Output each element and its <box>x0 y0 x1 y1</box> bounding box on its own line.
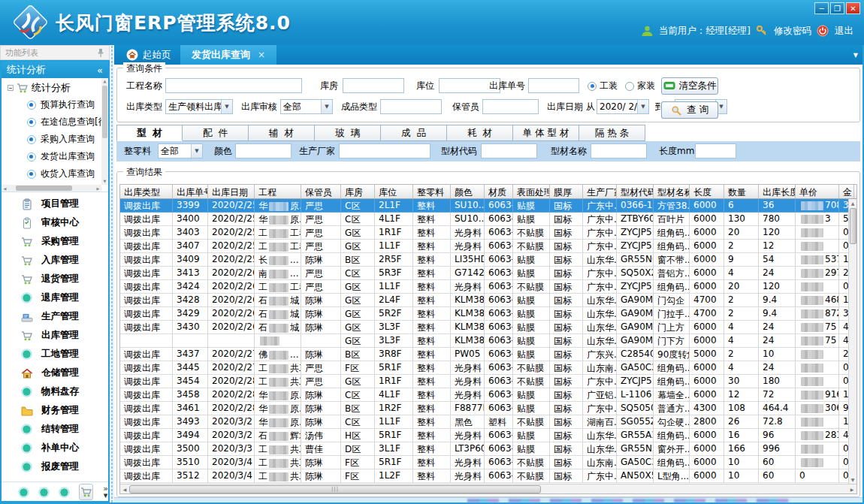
column-header-name[interactable]: 型材名称 <box>654 185 690 198</box>
scroll-thumb[interactable]: ||| <box>129 485 541 493</box>
scroll-up-icon[interactable]: ▲ <box>851 199 855 207</box>
table-row[interactable]: 调拨出库34032020/2/25工工程严思G区1R1F整料光身料6063-T5… <box>120 226 856 240</box>
sidebar-item-退库管理[interactable]: 退库管理 <box>2 288 108 307</box>
table-row[interactable]: 调拨出库34092020/2/25长...陈琳B区2R5F整料LI35HD606… <box>120 253 856 267</box>
grid-vertical-scrollbar[interactable]: ▲ ▼ <box>848 199 856 484</box>
table-row[interactable]: 调拨出库34612020/2/28华原...陈琳B区1R2F整料F8877FT6… <box>120 402 856 415</box>
profile-code-input[interactable] <box>481 143 537 158</box>
scroll-right-icon[interactable]: ▶ <box>95 186 101 191</box>
material-tab[interactable]: 玻 璃 <box>315 125 381 141</box>
material-tab[interactable]: 辅 材 <box>249 125 315 141</box>
clear-conditions-button[interactable]: 清空条件 <box>661 77 718 95</box>
maximize-button[interactable]: ❐ <box>830 2 844 14</box>
more-modules-button[interactable]: »▾ <box>103 485 108 499</box>
material-tab[interactable]: 单 体 型 材 <box>513 125 579 141</box>
sidebar-item-仓储管理[interactable]: 仓储管理 <box>2 364 108 382</box>
table-row[interactable]: 调拨出库34002020/2/25华原...严思C区4L1F整料SU10...6… <box>120 213 856 226</box>
column-header-mat[interactable]: 材质 <box>485 185 513 198</box>
material-tab[interactable]: 型 材 <box>116 125 183 141</box>
tree-vertical-scrollbar[interactable]: ▲ ▼ <box>101 78 108 185</box>
sidebar-item-退货管理[interactable]: 退货管理 <box>2 270 108 288</box>
table-row[interactable]: 调拨出库34242020/2/26工工程严思G区1L1F整料光身料6063-T5… <box>120 280 856 294</box>
scroll-left-icon[interactable]: ◀ <box>120 487 129 492</box>
radio-jiazhuang[interactable]: 家装 <box>625 80 655 92</box>
collapsed-module-icon[interactable] <box>18 487 29 497</box>
order-no-input[interactable] <box>528 78 579 93</box>
column-header-amt[interactable]: 金 <box>839 185 854 198</box>
length-input[interactable] <box>695 143 736 158</box>
scroll-thumb[interactable] <box>16 186 72 191</box>
tree-root[interactable]: 统计分析 <box>2 78 108 96</box>
column-header-color[interactable]: 颜色 <box>451 185 485 198</box>
tree-item[interactable]: 预算执行查询 <box>2 96 108 113</box>
column-header-proj[interactable]: 工程 <box>255 185 301 198</box>
tree-expander-icon[interactable] <box>8 85 14 91</box>
radio-gongzhuang[interactable]: 工装 <box>588 80 618 92</box>
sidebar-item-工地管理[interactable]: 工地管理 <box>2 345 108 364</box>
sidebar-group-header[interactable]: 统计分析 « <box>2 62 108 78</box>
column-header-len[interactable]: 长度 <box>690 185 724 198</box>
scroll-thumb[interactable] <box>102 86 107 138</box>
column-header-qty[interactable]: 数量 <box>724 185 759 198</box>
sidebar-item-结转管理[interactable]: 结转管理 <box>2 420 108 439</box>
profile-name-input[interactable] <box>591 143 647 158</box>
sidebar-item-审核中心[interactable]: 审核中心 <box>2 213 108 232</box>
sidebar-item-采购管理[interactable]: 采购管理 <box>2 232 108 251</box>
column-header-date[interactable]: 出库日期 <box>208 185 255 198</box>
logout-link[interactable]: 退出 <box>835 25 853 38</box>
maker-input[interactable] <box>339 143 430 158</box>
material-tab[interactable]: 配 件 <box>183 125 249 141</box>
minimize-button[interactable]: ─ <box>814 2 829 14</box>
table-row[interactable]: 调拨出库34542020/2/28工共工程严思G区1R1F整料光身料6063-T… <box>120 375 856 388</box>
change-password-link[interactable]: 修改密码 <box>774 25 811 38</box>
tree-item[interactable]: 在途信息查询[待 <box>2 113 108 131</box>
sidebar-item-生产管理[interactable]: 生产管理 <box>2 307 108 326</box>
column-header-maker[interactable]: 生产厂家 <box>583 185 617 198</box>
scroll-down-icon[interactable]: ▼ <box>851 475 855 484</box>
table-row[interactable]: 调拨出库34292020/2/26石城陈琳G区5R2F整料KLM38176063… <box>120 307 856 321</box>
column-header-price[interactable]: 单价 <box>796 185 839 198</box>
tab-close-icon[interactable]: × <box>258 50 265 60</box>
project-name-input[interactable] <box>165 78 302 93</box>
collapse-icon[interactable]: « <box>97 65 103 76</box>
material-tab[interactable]: 耗 材 <box>447 125 513 141</box>
column-header-outlen[interactable]: 出库长度 <box>759 185 796 198</box>
search-button[interactable]: 查 询 <box>661 101 718 119</box>
sidebar-item-报废管理[interactable]: 报废管理 <box>2 457 108 476</box>
table-row[interactable]: 调拨出库35002020/3/3工共工程曹佳D区3L1F整料LT3P606063… <box>120 442 856 456</box>
whole-piece-select[interactable]: 全部▼ <box>158 143 203 158</box>
column-header-surf[interactable]: 表面处理 <box>513 185 550 198</box>
product-type-input[interactable] <box>380 99 442 114</box>
column-header-film[interactable]: 膜厚 <box>550 185 583 198</box>
column-header-code[interactable]: 型材代码 <box>617 185 654 198</box>
sidebar-item-项目管理[interactable]: 项目管理 <box>2 195 108 213</box>
pin-icon[interactable] <box>97 48 104 58</box>
sidebar-item-财务管理[interactable]: 财务管理 <box>2 401 108 420</box>
tree-horizontal-scrollbar[interactable]: ◀ ▶ <box>2 185 101 192</box>
date-from-select[interactable]: 2020/ 2/16▼ <box>597 99 649 114</box>
tree-item[interactable]: 采购入库查询 <box>2 131 108 148</box>
out-type-select[interactable]: 生产领料出库▼ <box>165 99 233 114</box>
column-header-type[interactable]: 出库类型 <box>120 185 173 198</box>
table-row[interactable]: 调拨出库34582020/2/28华原...陈琳C区4L1F整料光身料6063-… <box>120 388 856 402</box>
table-row[interactable]: 调拨出库34942020/3/2石辉城汤伟H区5R1F整料光身料6063-T5贴… <box>120 429 856 442</box>
table-row[interactable]: 调拨出库34132020/2/26南...严思C区5R3F整料G71422606… <box>120 267 856 280</box>
scroll-right-icon[interactable]: ▶ <box>847 487 856 492</box>
keeper-input[interactable] <box>482 99 539 114</box>
table-row[interactable]: 调拨出库34282020/2/26石城陈琳G区2L4F整料KLM38176063… <box>120 294 856 307</box>
collapsed-module-icon[interactable] <box>59 487 69 497</box>
warehouse-input[interactable] <box>343 78 404 93</box>
close-button[interactable]: ✕ <box>846 2 860 14</box>
column-header-keeper[interactable]: 保管员 <box>301 185 341 198</box>
table-row[interactable]: 调拨出库34932020/3/2华原...陈琳C区1L1F整料黑色塑料不贴膜国标… <box>120 415 856 429</box>
tab-shipping-outbound-query[interactable]: 发货出库查询 × <box>180 45 276 65</box>
table-row[interactable]: 调拨出库34072020/2/25工工程严思G区1L1F整料光身料6063-T5… <box>120 240 856 253</box>
material-tab[interactable]: 成 品 <box>381 125 447 141</box>
table-row[interactable]: G区3L3F整料KLM38176063-T5贴膜国标山东华...GA90M09.… <box>120 334 856 348</box>
collapsed-module-button[interactable] <box>79 484 93 500</box>
table-row[interactable]: 调拨出库34302020/2/26石城陈琳G区3L3F整料KLM38176063… <box>120 321 856 334</box>
tree-item[interactable]: 收货入库查询 <box>2 165 108 183</box>
tree-item[interactable]: 发货出库查询 <box>2 148 108 165</box>
column-header-no[interactable]: 出库单号 <box>173 185 208 198</box>
color-input[interactable] <box>235 143 292 158</box>
